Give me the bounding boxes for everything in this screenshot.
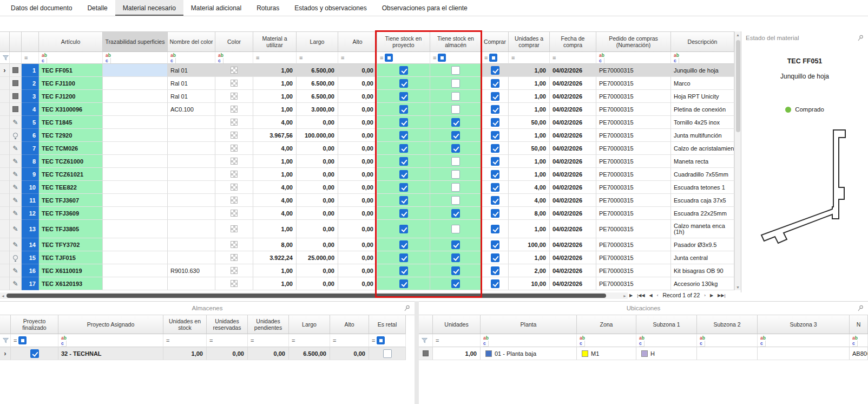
cell-descripcion[interactable]: Pletina de conexión [671, 103, 734, 116]
cell-trazabilidad[interactable] [103, 116, 168, 129]
row-expand-cell[interactable] [0, 103, 10, 116]
cell-material[interactable]: 1,00 [253, 168, 297, 181]
cell-largo[interactable]: 6.500,00 [297, 64, 338, 77]
abc-filter-icon[interactable]: abc [674, 52, 679, 64]
cell-trazabilidad[interactable] [103, 155, 168, 168]
cell-alto[interactable]: 0,00 [338, 129, 377, 142]
cell-alto[interactable]: 0,00 [338, 277, 377, 290]
col-header-nombre_color[interactable]: Nombre del color [168, 32, 215, 52]
cell-unidades[interactable]: 1,00 [509, 103, 550, 116]
cell-trazabilidad[interactable] [103, 238, 168, 251]
row-expand-cell[interactable] [0, 264, 10, 277]
cell-color[interactable] [215, 103, 253, 116]
filter-funnel-icon[interactable] [3, 55, 9, 61]
row-state-cell[interactable] [10, 64, 22, 77]
cell-alto[interactable]: 0,00 [338, 116, 377, 129]
tab-roturas[interactable]: Roturas [249, 0, 287, 16]
cell-checkbox-stock_almacen[interactable] [451, 131, 460, 140]
cell-color[interactable] [215, 90, 253, 103]
cell-checkbox-stock_proyecto[interactable] [399, 196, 408, 205]
row-expand-cell[interactable] [0, 181, 10, 194]
cell-stock_proyecto[interactable] [377, 251, 430, 264]
cell-trazabilidad[interactable] [103, 181, 168, 194]
cell-color[interactable] [215, 194, 253, 207]
col-header-comprar[interactable]: Comprar [482, 32, 509, 52]
cell-articulo[interactable]: TEC TFJ3805 [39, 220, 103, 238]
col-header-unidades[interactable]: Unidades [433, 315, 481, 334]
cell-alto[interactable]: 0,00 [338, 155, 377, 168]
cell-color[interactable] [215, 77, 253, 90]
equals-operator-icon[interactable]: = [166, 337, 169, 344]
filter-cell-stock_almacen[interactable]: = [430, 52, 482, 64]
filter-cell-proyecto_asignado[interactable]: abc [58, 334, 163, 347]
cell-material[interactable]: 1,00 [253, 277, 297, 290]
row-state-cell[interactable]: ✎ [10, 207, 22, 220]
cell-checkbox-comprar[interactable] [491, 131, 499, 140]
row-state-cell[interactable]: ✎ [10, 181, 22, 194]
row-state-cell[interactable]: ✎ [10, 168, 22, 181]
cell-nombre_color[interactable] [168, 181, 215, 194]
cell-fecha[interactable]: 04/02/2026 [550, 103, 596, 116]
cell-trazabilidad[interactable] [103, 103, 168, 116]
tab-datos-del-documento[interactable]: Datos del documento [3, 0, 80, 16]
cell-color[interactable] [215, 277, 253, 290]
vertical-scroll-thumb[interactable] [736, 40, 740, 132]
scroll-left-icon[interactable]: ◄ [1, 294, 5, 298]
cell-num[interactable]: 16 [22, 264, 39, 277]
cell-fecha[interactable]: 04/02/2026 [550, 277, 596, 290]
cell-largo[interactable]: 6.500,00 [289, 347, 330, 360]
cell-pedido[interactable]: PE70000315 [596, 129, 671, 142]
cell-stock_proyecto[interactable] [377, 168, 430, 181]
row-expand-cell[interactable] [0, 251, 10, 264]
cell-largo[interactable]: 0,00 [297, 194, 338, 207]
row-expand-icon[interactable]: › [3, 68, 5, 73]
cell-num[interactable]: 5 [22, 116, 39, 129]
cell-fecha[interactable]: 04/02/2026 [550, 168, 596, 181]
next-page-icon[interactable]: › [704, 293, 706, 298]
horizontal-scrollbar[interactable]: ◄ ► [0, 292, 628, 299]
filter-cell-es_retal[interactable]: = [369, 334, 406, 347]
cell-checkbox-stock_almacen[interactable] [451, 253, 460, 262]
cell-nombre_color[interactable]: Ral 01 [168, 64, 215, 77]
row-state-cell[interactable]: ✎ [10, 194, 22, 207]
panel-splitter[interactable] [415, 301, 419, 404]
cell-material[interactable]: 1,00 [253, 103, 297, 116]
cell-articulo[interactable]: TEC T2920 [39, 129, 103, 142]
cell-stock_almacen[interactable] [430, 207, 482, 220]
cell-largo[interactable]: 100.000,00 [297, 129, 338, 142]
cell-largo[interactable]: 25.000,00 [297, 251, 338, 264]
scroll-right-icon[interactable]: ► [623, 294, 627, 298]
cell-comprar[interactable] [482, 129, 509, 142]
cell-color[interactable] [215, 142, 253, 155]
cell-alto[interactable]: 0,00 [338, 142, 377, 155]
cell-checkbox-comprar[interactable] [491, 279, 499, 288]
cell-pedido[interactable]: PE70000315 [596, 207, 671, 220]
row-expand-cell[interactable] [0, 77, 10, 90]
row-state-cell[interactable] [10, 77, 22, 90]
cell-pedido[interactable]: PE70000315 [596, 142, 671, 155]
cell-unidades[interactable]: 50,00 [509, 116, 550, 129]
cell-checkbox-stock_proyecto[interactable] [399, 66, 408, 75]
cell-color[interactable] [215, 129, 253, 142]
first-record-button[interactable]: |◀◀ [637, 293, 645, 298]
cell-pedido[interactable]: PE70000315 [596, 238, 671, 251]
cell-subzona1[interactable]: H [636, 347, 697, 360]
cell-fecha[interactable]: 04/02/2026 [550, 207, 596, 220]
cell-checkbox-stock_almacen[interactable] [451, 105, 460, 114]
cell-largo[interactable]: 0,00 [297, 181, 338, 194]
cell-nombre_color[interactable]: Ral 01 [168, 90, 215, 103]
cell-unidades[interactable]: 1,00 [509, 129, 550, 142]
tab-estados-y-observaciones[interactable]: Estados y observaciones [287, 0, 374, 16]
cell-comprar[interactable] [482, 116, 509, 129]
cell-articulo[interactable]: TEC FF051 [39, 64, 103, 77]
cell-checkbox-stock_proyecto[interactable] [399, 279, 408, 288]
cell-checkbox-comprar[interactable] [491, 266, 499, 275]
filter-cell-unidades_pendientes[interactable]: = [248, 334, 289, 347]
cell-alto[interactable]: 0,00 [330, 347, 369, 360]
col-header-planta[interactable]: Planta [481, 315, 577, 334]
cell-num[interactable]: 15 [22, 251, 39, 264]
cell-alto[interactable]: 0,00 [338, 90, 377, 103]
cell-material[interactable]: 1,00 [253, 90, 297, 103]
equals-operator-icon[interactable]: = [433, 55, 436, 61]
cell-color[interactable] [215, 168, 253, 181]
